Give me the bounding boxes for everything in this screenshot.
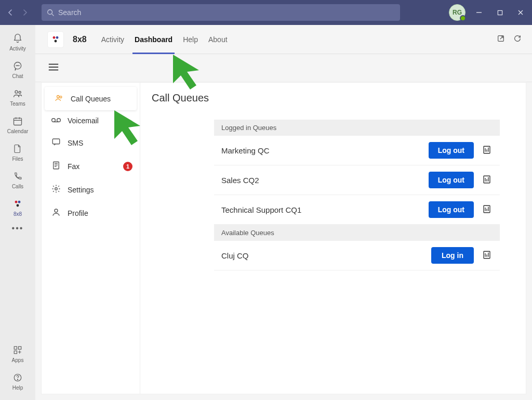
queue-row: Sales CQ2 Log out [214,165,500,195]
file-icon [13,143,22,155]
side-item-call-queues[interactable]: Call Queues [45,87,137,110]
fax-badge: 1 [123,162,132,171]
window-minimize-button[interactable] [472,5,486,20]
rail-item-files[interactable]: Files [0,139,35,167]
calendar-icon [12,115,23,127]
rail-item-more[interactable]: ••• [0,222,35,240]
window-maximize-button[interactable] [493,5,507,20]
svg-rect-10 [14,118,22,125]
search-icon [47,9,54,16]
rail-item-chat[interactable]: Chat [0,57,35,84]
side-item-fax[interactable]: Fax 1 [42,154,140,178]
sms-icon [51,137,61,148]
queue-name: Marketing QC [221,146,421,155]
queue-row: Marketing QC Log out [214,136,500,165]
queues-container: Logged in Queues Marketing QC Log out Sa… [214,120,500,270]
search-input[interactable]: Search [42,4,400,21]
avatar[interactable]: RG [449,4,466,21]
window-close-button[interactable] [513,5,528,20]
svg-point-6 [18,66,18,66]
rail-label: Teams [10,101,25,107]
side-item-settings[interactable]: Settings [42,178,140,201]
svg-point-14 [15,201,18,203]
svg-point-21 [17,379,18,380]
nav-activity[interactable]: Activity [101,25,124,54]
bell-icon [12,32,23,45]
svg-rect-18 [19,346,21,349]
side-label: Call Queues [71,95,111,103]
rail-label: Chat [12,73,23,79]
side-label: Fax [68,162,79,171]
page-title: Call Queues [152,92,500,104]
8x8-icon [13,198,22,210]
nav-forward-button[interactable] [19,6,31,19]
side-item-sms[interactable]: SMS [42,131,140,154]
app-logo [48,32,63,47]
rail-label: Calendar [7,128,29,134]
svg-point-40 [55,209,58,212]
rail-label: Apps [12,357,24,363]
logout-button[interactable]: Log out [429,201,474,218]
svg-point-16 [17,204,19,207]
nav-dashboard[interactable]: Dashboard [135,25,172,54]
main-content: Call Queues Logged in Queues Marketing Q… [140,83,526,394]
rail-label: 8x8 [14,211,22,217]
search-placeholder: Search [58,8,81,17]
login-button[interactable]: Log in [431,247,474,264]
available-header: Available Queues [214,225,500,241]
refresh-icon[interactable] [513,34,522,44]
rail-item-help[interactable]: Help [0,368,35,396]
nav-back-button[interactable] [4,6,17,19]
menu-toggle-button[interactable] [48,62,59,73]
queue-name: Technical Support CQ1 [221,205,421,214]
svg-rect-34 [52,139,60,144]
queue-name: Sales CQ2 [221,176,421,185]
phone-icon [13,170,22,183]
side-label: Profile [68,209,88,217]
rail-label: Calls [12,184,23,189]
nav-help[interactable]: Help [183,25,198,54]
logged-in-header: Logged in Queues [214,120,500,136]
side-label: SMS [68,139,83,147]
svg-rect-19 [14,351,17,354]
svg-line-1 [52,14,54,16]
app-nav: Activity Dashboard Help About [101,25,228,54]
svg-point-29 [57,96,60,98]
nav-about[interactable]: About [208,25,228,54]
svg-point-22 [53,36,56,38]
svg-point-24 [55,40,57,42]
rail-item-8x8[interactable]: 8x8 [0,195,35,222]
app-title: 8x8 [73,35,87,44]
queue-row: Technical Support CQ1 Log out [214,195,500,225]
rail-item-activity[interactable]: Activity [0,29,35,57]
rail-item-calendar[interactable]: Calendar [0,112,35,139]
title-bar: Search RG [0,0,532,25]
svg-rect-3 [498,10,502,15]
side-label: Settings [68,186,94,194]
presence-indicator [460,15,466,21]
svg-point-32 [57,119,61,122]
side-menu: Call Queues Voicemail SMS Fax 1 Settings [42,83,140,394]
queue-details-icon[interactable] [481,175,493,186]
rail-item-calls[interactable]: Calls [0,167,35,195]
rail-item-apps[interactable]: Apps [0,341,35,368]
logout-button[interactable]: Log out [429,142,474,159]
side-item-voicemail[interactable]: Voicemail [42,110,140,131]
queue-details-icon[interactable] [481,250,493,261]
queue-details-icon[interactable] [481,204,493,215]
svg-point-9 [19,92,21,94]
logout-button[interactable]: Log out [429,172,474,188]
queue-details-icon[interactable] [481,145,493,156]
side-label: Voicemail [68,117,99,125]
apps-icon [13,344,22,356]
svg-point-30 [60,96,62,98]
rail-item-teams[interactable]: Teams [0,84,35,112]
svg-point-39 [55,188,58,190]
app-header: 8x8 Activity Dashboard Help About [35,25,532,54]
svg-rect-35 [54,162,59,169]
popout-icon[interactable] [497,34,505,44]
queue-name: Cluj CQ [221,251,424,260]
svg-point-5 [16,66,17,66]
side-item-profile[interactable]: Profile [42,201,140,225]
svg-point-15 [18,201,21,203]
